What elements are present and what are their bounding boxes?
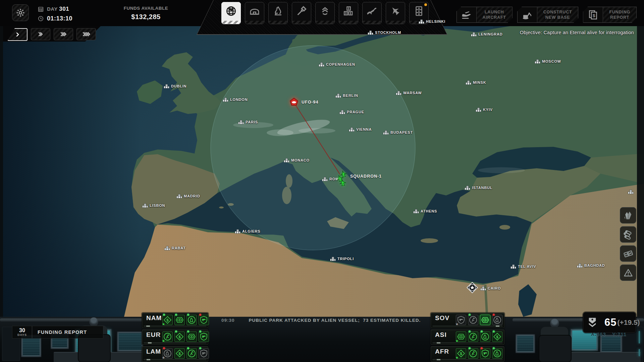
tab-geoscape[interactable]: [221, 2, 241, 24]
globe-icon: [225, 5, 237, 17]
region-status-tool-icon: [186, 348, 197, 359]
region-panel-nam[interactable]: NAM$★: [142, 313, 208, 328]
speed-2x-button[interactable]: [31, 28, 50, 40]
terrain-art: [0, 26, 644, 317]
city-icon: [349, 127, 355, 132]
city-lisbon: LISBON: [142, 203, 165, 208]
edge-light: [639, 331, 640, 344]
barrels-icon: [623, 230, 633, 240]
city-icon: [335, 93, 341, 98]
city-icon: [339, 110, 345, 114]
time-display: 01:13:10: [38, 15, 72, 22]
region-code: ASI: [435, 331, 447, 339]
console-monitor: [600, 335, 623, 353]
city-icon: [330, 256, 336, 261]
city-athens: ATHENS: [413, 209, 437, 214]
region-panel-lam[interactable]: LAM★$: [142, 346, 208, 362]
region-progress-bar: [432, 325, 503, 327]
jet-icon: [390, 5, 401, 17]
tab-engineering[interactable]: [292, 2, 311, 24]
city-icon: [480, 286, 486, 291]
plane-icon: [457, 7, 477, 22]
ufo-marker[interactable]: UFO-94: [289, 98, 318, 107]
priority-star-icon: ★: [162, 356, 165, 360]
coord-x: X:663: [591, 331, 606, 337]
city-icon: [577, 263, 583, 268]
region-panel-sov[interactable]: SOV★: [431, 313, 504, 328]
region-status-eye-icon: [480, 315, 490, 325]
region-status-dollar-icon: $★: [162, 315, 173, 325]
tab-personnel[interactable]: [315, 2, 335, 24]
map-frame-left: [0, 26, 3, 317]
rank-icon: [319, 5, 331, 17]
world-map[interactable]: Objective: Capture an Eternal alive for …: [0, 26, 644, 317]
tab-research[interactable]: [268, 2, 288, 24]
city-label: PRAGUE: [347, 110, 364, 114]
city-label: LONDON: [230, 98, 248, 102]
city-icon: [413, 209, 419, 214]
city-label: LISBON: [150, 203, 165, 207]
city-icon: [511, 264, 516, 269]
tab-strip: [316, 21, 334, 24]
status-dot-green: [163, 314, 165, 316]
city-label: LENINGRAD: [478, 32, 503, 36]
munitions-button[interactable]: [620, 226, 636, 243]
alert-icon: [623, 268, 633, 278]
region-status-eye-icon: [174, 315, 185, 325]
status-dot-red: [163, 347, 165, 349]
city-icon: [164, 84, 169, 88]
launch-aircraft-button[interactable]: LAUNCHAIRCRAFT: [457, 7, 513, 23]
region-code: AFR: [435, 348, 449, 355]
speed-3x-button[interactable]: [54, 28, 73, 40]
speed-4x-button[interactable]: [76, 28, 96, 40]
city-madrid: MADRID: [176, 194, 200, 198]
city-label: COPENHAGEN: [326, 62, 355, 66]
speed-chevrons-icon: [16, 32, 19, 37]
tab-stores[interactable]: [339, 2, 358, 24]
city-icon: [142, 203, 148, 208]
funding-report-countdown[interactable]: 30 DAYS FUNDING REPORT: [12, 326, 103, 339]
speed-1x-button[interactable]: [7, 28, 28, 41]
rifle-icon: [366, 5, 378, 17]
priority-star-icon: ★: [455, 322, 459, 326]
region-panel-eur[interactable]: EUR★$: [142, 329, 208, 345]
funds-label: FUNDS AVAILABLE: [115, 6, 177, 11]
region-panel-asi[interactable]: ASI★$: [431, 329, 504, 345]
console-desk: [564, 352, 641, 362]
base-marker[interactable]: [466, 281, 479, 296]
city-prague: PRAGUE: [339, 110, 364, 114]
tab-armory[interactable]: [362, 2, 382, 24]
region-panel-afr[interactable]: AFR$★: [431, 346, 504, 362]
tab-base[interactable]: [245, 2, 264, 24]
status-dot-green: [493, 330, 495, 333]
settings-button[interactable]: [12, 4, 29, 21]
squadron-label: SQUADRON-1: [350, 174, 382, 179]
city-helsinki: HELSINKI: [419, 19, 445, 24]
clock-icon: [38, 15, 44, 22]
region-progress-bar: [144, 359, 207, 360]
alerts-button[interactable]: [620, 264, 636, 281]
status-dot-red: [199, 314, 201, 316]
city-copenhagen: COPENHAGEN: [319, 62, 355, 67]
city-icon: [322, 177, 328, 181]
funds-overlay-button[interactable]: $: [620, 245, 636, 262]
construct-new-base-button[interactable]: CONSTRUCTNEW BASE: [517, 7, 579, 23]
region-progress-bar: [144, 325, 207, 327]
score-badge[interactable]: 65 (+19.5): [583, 312, 636, 333]
status-dot-green: [469, 347, 471, 349]
city-monaco: MONACO: [284, 158, 310, 163]
tab-aircraft[interactable]: [386, 2, 405, 24]
city-icon: [223, 97, 228, 102]
resources-button[interactable]: [620, 207, 636, 224]
region-status-scope-icon: [480, 331, 490, 342]
svg-text:$: $: [178, 335, 181, 339]
region-progress-bar: [432, 359, 503, 360]
tab-strip: [222, 21, 240, 24]
funding-report-button[interactable]: $FUNDINGREPORT: [583, 7, 637, 23]
city-label: BERLIN: [343, 94, 358, 98]
score-value: 65: [604, 316, 616, 328]
console-pipe: [0, 318, 147, 321]
tab-strip: [245, 21, 264, 24]
status-dot-green: [469, 314, 471, 316]
city-icon: [465, 185, 470, 190]
